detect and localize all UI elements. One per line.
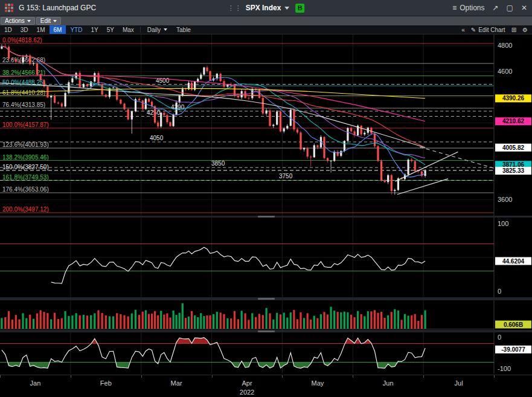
hamburger-icon: ≡ xyxy=(452,4,457,12)
wpr-oversold-fill xyxy=(2,338,425,369)
fib-label: 200.0%(3497.12) xyxy=(2,206,49,213)
period-tabs: 1D3D1M6MYTD1Y5YMax xyxy=(0,25,138,34)
launchpad-window: G 153: Launchpad GPC ⋮⋮ SPX Index B ≡ Op… xyxy=(0,0,532,397)
bloomberg-source-badge: B xyxy=(295,4,304,13)
value-badge-text: 44.6204 xyxy=(502,258,525,265)
maximize-icon[interactable]: ▢ xyxy=(507,4,513,12)
main-price-chart[interactable]: 0.0%(4818.62)23.6%(4662.68)38.2%(4566.21… xyxy=(0,34,532,216)
toolbar-separator xyxy=(140,27,141,33)
value-badge-text: -39.0077 xyxy=(501,346,525,353)
actions-menu-button[interactable]: Actions xyxy=(1,17,35,25)
window-title: G 153: Launchpad GPC xyxy=(19,4,96,12)
value-badge-text: 4390.26 xyxy=(502,95,525,102)
x-axis-month-label: Feb xyxy=(100,379,112,387)
chevron-down-icon xyxy=(164,28,167,31)
frequency-label: Daily xyxy=(147,27,161,33)
close-icon[interactable]: ✕ xyxy=(521,4,527,12)
gear-icon[interactable]: ⚙ xyxy=(522,27,528,33)
trend-line xyxy=(420,147,494,168)
support-resistance-label: 3750 xyxy=(279,173,293,179)
volume-panel[interactable]: 0.606B xyxy=(0,300,532,330)
rsi-tick-label: 100 xyxy=(498,220,508,227)
security-selector-group: ⋮⋮ SPX Index B xyxy=(228,4,305,13)
title-bar: G 153: Launchpad GPC ⋮⋮ SPX Index B ≡ Op… xyxy=(0,0,532,16)
actions-menu-label: Actions xyxy=(5,18,25,24)
wpr-line xyxy=(2,338,425,369)
fib-label: 0.0%(4818.62) xyxy=(2,37,42,44)
x-axis-month-label: Jun xyxy=(383,379,394,387)
fib-label: 38.2%(4566.21) xyxy=(2,69,45,76)
ma-line-mavg-w xyxy=(0,83,425,147)
month-tick xyxy=(494,375,495,378)
support-resistance-label: 3850 xyxy=(211,160,225,167)
x-axis-month-label: Mar xyxy=(171,379,182,387)
options-button[interactable]: ≡ Options xyxy=(452,4,484,12)
williams-pct-r-panel[interactable]: 0-100-39.0077 xyxy=(0,332,532,373)
tab-6m[interactable]: 6M xyxy=(50,25,66,34)
value-badge-text: 0.606B xyxy=(504,321,523,328)
app-grid-icon[interactable] xyxy=(5,4,14,13)
toolbar-right-group: « ✎ Edit Chart ⊞ ⚙ xyxy=(461,25,532,34)
options-label: Options xyxy=(460,4,484,12)
month-tick xyxy=(212,375,213,378)
popout-icon[interactable]: ↗ xyxy=(493,4,499,12)
wpr-tick-label: -100 xyxy=(498,365,511,372)
security-selector[interactable]: SPX Index xyxy=(246,4,281,12)
value-badge-text: 3825.33 xyxy=(502,167,525,174)
wpr-overbought-fill xyxy=(2,338,425,369)
tab-ytd[interactable]: YTD xyxy=(66,25,86,34)
value-badge-text: 4210.62 xyxy=(502,118,525,124)
rsi-tick-label: 0 xyxy=(498,288,501,295)
x-axis-month-label: May xyxy=(312,379,324,387)
volume-bars xyxy=(1,303,426,329)
x-axis-month-label: Jul xyxy=(455,379,463,387)
month-tick xyxy=(282,375,283,378)
tab-5y[interactable]: 5Y xyxy=(103,25,118,34)
price-tick-label: 4800 xyxy=(498,42,512,49)
fib-label: 100.0%(4157.87) xyxy=(2,121,49,128)
month-tick xyxy=(353,375,353,378)
value-badge-text: 4005.82 xyxy=(502,144,525,151)
tab-3d[interactable]: 3D xyxy=(16,25,33,34)
support-resistance-label: 4050 xyxy=(150,135,164,141)
month-tick xyxy=(71,375,71,378)
table-button[interactable]: Table xyxy=(172,25,195,34)
x-axis-year-label: 2022 xyxy=(240,389,254,396)
divider-handle-icon xyxy=(258,298,275,300)
tab-1d[interactable]: 1D xyxy=(0,25,16,34)
tab-1y[interactable]: 1Y xyxy=(86,25,102,34)
drag-handle-icon[interactable]: ⋮⋮ xyxy=(228,4,242,12)
support-resistance-label: 4500 xyxy=(156,77,170,84)
chevron-down-icon[interactable] xyxy=(284,7,289,10)
fib-label: 76.4%(4313.85) xyxy=(2,102,45,108)
ma-line-sma10 xyxy=(2,47,425,177)
fib-label: 150.0%(3827.50) xyxy=(2,164,49,170)
time-axis: JanFebMarAprMayJunJul2022 xyxy=(0,375,532,397)
collapse-icon[interactable]: « xyxy=(461,27,465,33)
chart-toolbar: 1D3D1M6MYTD1Y5YMax Daily Table « ✎ Edit … xyxy=(0,25,532,34)
rsi-panel[interactable]: 100044.6204 xyxy=(0,218,532,297)
edit-menu-button[interactable]: Edit xyxy=(36,17,61,25)
trend-line xyxy=(395,152,458,181)
month-tick xyxy=(423,375,424,378)
tab-max[interactable]: Max xyxy=(118,25,138,34)
price-tick-label: 3600 xyxy=(498,196,512,203)
fib-label: 123.6%(4001.93) xyxy=(2,141,49,148)
fib-label: 138.2%(3905.46) xyxy=(2,154,49,161)
frequency-dropdown[interactable]: Daily xyxy=(143,25,172,34)
chevron-down-icon xyxy=(27,20,31,22)
chart-options-icon[interactable]: ⊞ xyxy=(511,27,516,33)
wpr-tick-label: 0 xyxy=(498,334,501,341)
fib-label: 161.8%(3749.53) xyxy=(2,174,49,181)
x-axis-month-label: Jan xyxy=(30,379,41,387)
rsi-line xyxy=(51,247,425,283)
candlesticks xyxy=(1,44,426,195)
trend-line xyxy=(397,179,448,195)
month-tick xyxy=(141,375,142,378)
pencil-icon: ✎ xyxy=(471,27,476,33)
tab-1m[interactable]: 1M xyxy=(33,25,50,34)
window-controls: ≡ Options ↗ ▢ ✕ xyxy=(452,4,527,12)
edit-chart-label: Edit Chart xyxy=(478,27,505,33)
menu-bar: Actions Edit xyxy=(0,16,532,25)
edit-chart-button[interactable]: ✎ Edit Chart xyxy=(471,27,505,33)
